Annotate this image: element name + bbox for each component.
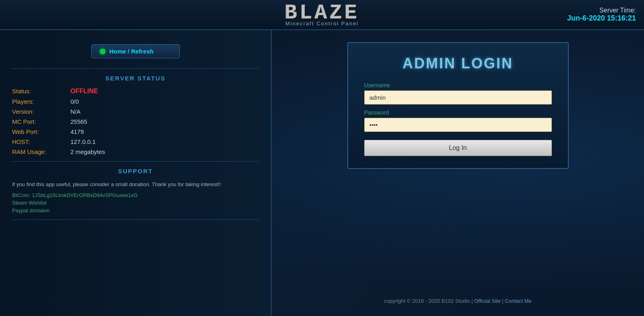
status-label-host: HOST:	[12, 138, 70, 145]
status-row-webport: Web Port: 4179	[12, 128, 259, 135]
password-input[interactable]	[364, 118, 552, 132]
support-description: If you find this app useful, please cons…	[12, 181, 259, 189]
status-label-mcport: MC Port:	[12, 118, 70, 125]
home-refresh-button[interactable]: Home / Refresh	[91, 44, 180, 58]
home-refresh-label: Home / Refresh	[109, 48, 154, 55]
divider-2	[12, 161, 259, 162]
separator: |	[501, 298, 505, 304]
status-value-status: OFFLINE	[70, 88, 98, 95]
divider-1	[12, 68, 259, 69]
server-time-area: Server Time: Jun-6-2020 15:16:21	[547, 7, 636, 23]
password-label: Password	[364, 109, 552, 116]
status-value-mcport: 25565	[70, 118, 87, 125]
logo-subtitle: Minecraft Control Panel	[285, 21, 359, 27]
username-label: Username	[364, 82, 552, 88]
server-status-title: SERVER STATUS	[12, 75, 259, 82]
status-row-status: Status: OFFLINE	[12, 88, 259, 95]
status-row-version: Version: N/A	[12, 108, 259, 115]
left-panel: Home / Refresh SERVER STATUS Status: OFF…	[0, 30, 272, 316]
server-time-label: Server Time:	[547, 7, 636, 14]
login-button[interactable]: Log In	[364, 140, 552, 156]
status-value-players: 0/0	[70, 98, 79, 105]
status-label-status: Status:	[12, 88, 70, 94]
main-layout: Home / Refresh SERVER STATUS Status: OFF…	[0, 30, 644, 316]
login-title: ADMIN LOGIN	[364, 55, 552, 72]
copyright-text: copyright © 2018 - 2020 B102 Studio |	[384, 298, 474, 304]
status-row-host: HOST: 127.0.0.1	[12, 138, 259, 145]
status-row-mcport: MC Port: 25565	[12, 118, 259, 125]
server-time-value: Jun-6-2020 15:16:21	[547, 14, 636, 23]
login-box: ADMIN LOGIN Username Password Log In	[347, 42, 569, 169]
status-row-players: Players: 0/0	[12, 98, 259, 105]
bitcoin-link[interactable]: BitCoin: 1JSbLg15LkokDVErGRBsD94vSPGuxwx…	[12, 192, 259, 198]
status-dot-icon	[100, 49, 105, 54]
paypal-link[interactable]: Paypal dontaion	[12, 207, 259, 213]
username-input[interactable]	[364, 90, 552, 105]
status-label-version: Version:	[12, 108, 70, 115]
status-value-host: 127.0.0.1	[70, 138, 96, 145]
contact-me-link[interactable]: Contact Me	[505, 298, 531, 304]
copyright-area: copyright © 2018 - 2020 B102 Studio | Of…	[384, 298, 532, 304]
steam-link[interactable]: Steam Wishlist	[12, 200, 259, 206]
status-value-webport: 4179	[70, 128, 84, 135]
official-site-link[interactable]: Official Site	[474, 298, 501, 304]
status-value-version: N/A	[70, 108, 80, 115]
status-label-players: Players:	[12, 98, 70, 105]
status-value-ram: 2 megabytes	[70, 148, 105, 155]
server-status-table: Status: OFFLINE Players: 0/0 Version: N/…	[12, 88, 259, 155]
status-label-webport: Web Port:	[12, 128, 70, 135]
support-title: SUPPORT	[12, 168, 259, 174]
status-row-ram: RAM Usage: 2 megabytes	[12, 148, 259, 155]
divider-3	[12, 220, 259, 220]
logo-area: BLAZE Minecraft Control Panel	[97, 3, 547, 27]
status-label-ram: RAM Usage:	[12, 148, 70, 155]
top-bar: BLAZE Minecraft Control Panel Server Tim…	[0, 0, 644, 30]
right-panel: ADMIN LOGIN Username Password Log In cop…	[272, 30, 644, 316]
